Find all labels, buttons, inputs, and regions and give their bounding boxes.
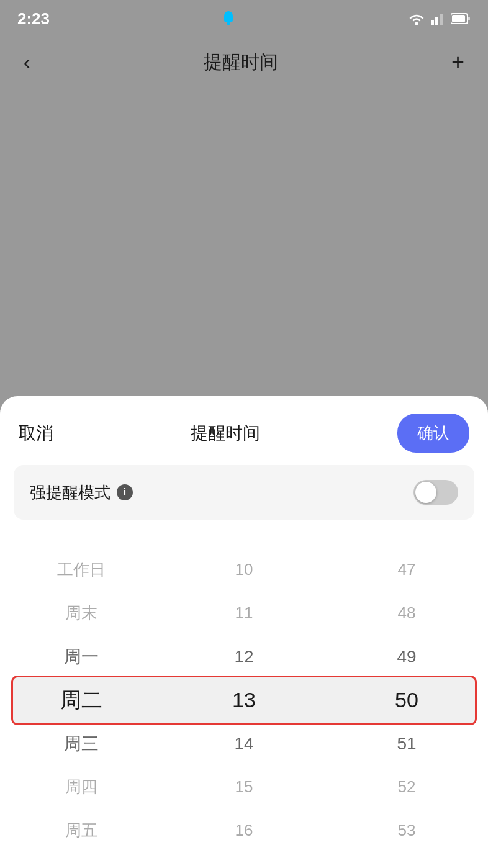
picker-day-column[interactable]: 工作日 周末 周一 周二 周三 周四 周五	[0, 532, 163, 868]
reminder-mode-row: 强提醒模式 i	[14, 465, 474, 520]
reminder-mode-toggle[interactable]	[413, 480, 458, 505]
picker-day-item-4: 周三	[0, 722, 163, 766]
sheet-title: 提醒时间	[191, 422, 260, 445]
picker-minute-column[interactable]: 47 48 49 50 51 52 53	[325, 532, 488, 868]
sheet-header: 取消 提醒时间 确认	[0, 396, 488, 465]
picker-hour-item-3: 13	[163, 679, 325, 722]
picker-container[interactable]: 工作日 周末 周一 周二 周三 周四 周五 10 11 12 13 14 15 …	[0, 532, 488, 868]
svg-rect-4	[431, 20, 434, 25]
picker-day-item-5: 周四	[0, 766, 163, 809]
status-time: 2:23	[17, 9, 50, 29]
picker-day-item-3: 周二	[0, 679, 163, 722]
bottom-sheet: 取消 提醒时间 确认 强提醒模式 i 工作日 周末 周一 周二 周三 周四 周五…	[0, 396, 488, 868]
picker-hour-item-0: 10	[163, 548, 325, 592]
battery-icon	[451, 12, 471, 25]
picker-minute-item-2: 49	[325, 635, 488, 679]
svg-rect-1	[224, 16, 233, 22]
picker-hour-item-1: 11	[163, 592, 325, 635]
picker-hour-item-4: 14	[163, 722, 325, 766]
confirm-button[interactable]: 确认	[397, 414, 469, 453]
picker-hour-item-6: 16	[163, 809, 325, 852]
picker-hour-column[interactable]: 10 11 12 13 14 15 16	[163, 532, 325, 868]
status-bar: 2:23	[0, 0, 488, 37]
svg-rect-5	[435, 17, 438, 25]
cancel-button[interactable]: 取消	[19, 422, 53, 445]
reminder-mode-label: 强提醒模式 i	[30, 482, 133, 504]
top-bar: ‹ 提醒时间 +	[0, 37, 488, 87]
picker-minute-item-0: 47	[325, 548, 488, 592]
svg-rect-6	[440, 14, 443, 25]
status-icons	[220, 10, 237, 27]
picker-minute-item-3: 50	[325, 679, 488, 722]
svg-rect-9	[468, 17, 470, 20]
bell-icon	[220, 10, 237, 27]
page-title: 提醒时间	[204, 50, 278, 75]
picker-day-item-2: 周一	[0, 635, 163, 679]
toggle-knob	[415, 482, 436, 503]
picker-hour-item-5: 15	[163, 766, 325, 809]
picker-hour-item-2: 12	[163, 635, 325, 679]
picker-minute-item-6: 53	[325, 809, 488, 852]
info-icon[interactable]: i	[117, 484, 133, 500]
signal-icon	[431, 12, 446, 25]
back-button[interactable]: ‹	[19, 46, 35, 79]
picker-minute-item-5: 52	[325, 766, 488, 809]
svg-point-3	[415, 22, 418, 25]
picker-day-item-1: 周末	[0, 592, 163, 635]
status-right-icons	[407, 12, 471, 25]
wifi-icon	[407, 12, 426, 25]
svg-rect-8	[452, 15, 465, 22]
add-button[interactable]: +	[446, 44, 469, 80]
picker-minute-item-4: 51	[325, 722, 488, 766]
svg-rect-2	[227, 22, 230, 25]
picker-minute-item-1: 48	[325, 592, 488, 635]
reminder-mode-text: 强提醒模式	[30, 482, 111, 504]
picker-day-item-6: 周五	[0, 809, 163, 852]
picker-day-item-0: 工作日	[0, 548, 163, 592]
